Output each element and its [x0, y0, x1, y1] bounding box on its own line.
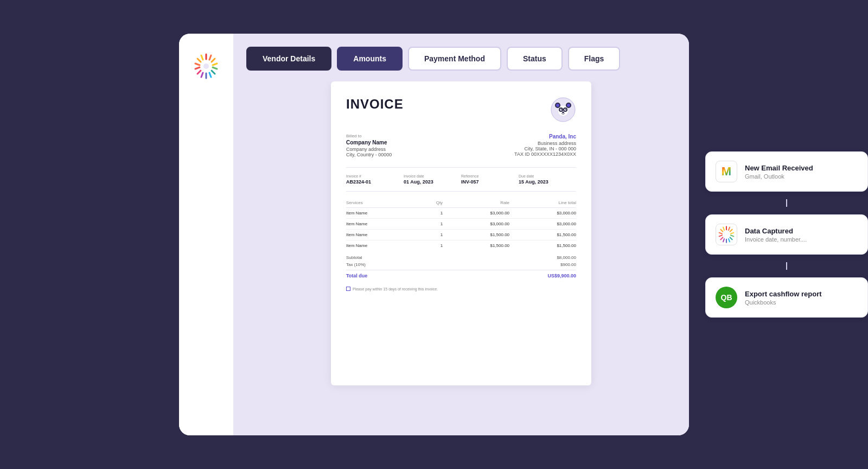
- invoice-date-value: 01 Aug, 2023: [404, 179, 461, 185]
- svg-line-32: [731, 235, 733, 236]
- billed-section: Billed to Company Name Company address C…: [346, 134, 576, 157]
- invoice-wrapper: INVOICE: [246, 81, 676, 422]
- invoice-title: INVOICE: [346, 97, 404, 112]
- vendor-city: City, State, IN - 000 000: [514, 146, 576, 151]
- vendor-label: Business address: [514, 141, 576, 146]
- card-email-text: New Email Received Gmail, Outlook: [745, 164, 858, 180]
- tax-row: Tax (10%) $900.00: [346, 261, 576, 268]
- reference-value: INV-057: [461, 179, 519, 185]
- svg-line-39: [719, 233, 722, 234]
- data-icon-container: [716, 224, 737, 245]
- tabs-row: Vendor Details Amounts Payment Method St…: [246, 47, 676, 71]
- tab-vendor-details[interactable]: Vendor Details: [246, 47, 331, 71]
- table-row: Item Name 1 $3,000.00 $3,000.00: [346, 208, 576, 219]
- card-export-title: Export cashflow report: [745, 290, 858, 298]
- invoice-meta: Invoice # AB2324-01 Invoice date 01 Aug,…: [346, 174, 576, 185]
- item-name-1: Item Name: [346, 219, 419, 230]
- subtotal-row: Subtotal $8,000.00: [346, 254, 576, 261]
- reference-label: Reference: [461, 174, 519, 178]
- connector-1: [786, 199, 787, 207]
- svg-line-33: [730, 237, 732, 239]
- svg-line-12: [197, 59, 201, 62]
- tab-status[interactable]: Status: [507, 47, 563, 71]
- right-panel: M New Email Received Gmail, Outlook: [705, 151, 868, 318]
- svg-text:QB: QB: [721, 293, 732, 302]
- invoice-date-label: Invoice date: [404, 174, 461, 178]
- invoice-no-value: AB2324-01: [346, 179, 404, 185]
- svg-point-14: [203, 64, 209, 69]
- tax-label: Tax (10%): [346, 262, 366, 267]
- total-row: Total due US$9,900.00: [346, 270, 576, 281]
- svg-line-6: [209, 73, 211, 77]
- footer-note: Please pay within 15 days of receiving t…: [353, 287, 438, 291]
- svg-line-9: [197, 71, 201, 74]
- meta-reference: Reference INV-057: [461, 174, 519, 185]
- table-row: Item Name 1 $1,500.00 $1,500.00: [346, 240, 576, 251]
- item-name-2: Item Name: [346, 230, 419, 240]
- svg-line-8: [201, 73, 203, 77]
- item-rate-3: $1,500.00: [443, 240, 509, 251]
- line-total-col-header: Line total: [509, 198, 576, 208]
- divider-1: [346, 167, 576, 168]
- svg-line-36: [723, 239, 724, 242]
- svg-line-10: [195, 67, 200, 69]
- tab-flags[interactable]: Flags: [568, 47, 621, 71]
- invoice-header: INVOICE: [346, 97, 576, 123]
- subtotal-label: Subtotal: [346, 255, 362, 260]
- svg-line-31: [731, 233, 733, 234]
- subtotal-value: $8,000.00: [557, 255, 576, 260]
- svg-point-26: [565, 109, 566, 110]
- billed-to-label: Billed to: [346, 134, 392, 138]
- card-export-subtitle: Quickbooks: [745, 299, 858, 306]
- invoice-no-label: Invoice #: [346, 174, 404, 178]
- company-city: City, Country - 00000: [346, 152, 392, 157]
- svg-line-37: [720, 237, 723, 239]
- subtotals-section: Subtotal $8,000.00 Tax (10%) $900.00 Tot…: [346, 254, 576, 281]
- quickbooks-icon-container: QB: [716, 287, 737, 308]
- vendor-name: Panda, Inc: [514, 134, 576, 140]
- card-data[interactable]: Data Captured Invoice date, number....: [705, 214, 868, 255]
- qty-col-header: Qty: [419, 198, 443, 208]
- invoice-footer: Please pay within 15 days of receiving t…: [346, 287, 576, 291]
- meta-invoice-no: Invoice # AB2324-01: [346, 174, 404, 185]
- svg-point-25: [561, 109, 562, 110]
- svg-point-27: [562, 112, 564, 113]
- meta-due-date: Due date 15 Aug, 2023: [519, 174, 576, 185]
- svg-line-41: [723, 227, 724, 230]
- item-rate-2: $1,500.00: [443, 230, 509, 240]
- checkbox-icon: [346, 287, 350, 291]
- item-qty-0: 1: [419, 208, 443, 219]
- gmail-icon: M: [722, 166, 731, 178]
- logo: [190, 50, 222, 83]
- total-label: Total due: [346, 273, 367, 278]
- card-email[interactable]: M New Email Received Gmail, Outlook: [705, 151, 868, 192]
- svg-line-3: [213, 64, 217, 65]
- svg-line-30: [730, 230, 732, 232]
- tax-value: $900.00: [560, 262, 576, 267]
- card-export[interactable]: QB Export cashflow report Quickbooks: [705, 277, 868, 318]
- connector-2: [786, 262, 787, 270]
- svg-line-34: [729, 239, 730, 242]
- svg-point-20: [567, 104, 570, 107]
- meta-invoice-date: Invoice date 01 Aug, 2023: [404, 174, 461, 185]
- item-total-2: $1,500.00: [509, 230, 576, 240]
- tab-payment-method[interactable]: Payment Method: [408, 47, 501, 71]
- card-email-title: New Email Received: [745, 164, 858, 172]
- card-data-text: Data Captured Invoice date, number....: [745, 227, 858, 243]
- item-qty-3: 1: [419, 240, 443, 251]
- table-row: Item Name 1 $3,000.00 $3,000.00: [346, 219, 576, 230]
- item-qty-2: 1: [419, 230, 443, 240]
- svg-line-11: [195, 64, 200, 65]
- card-email-subtitle: Gmail, Outlook: [745, 173, 858, 180]
- tab-amounts[interactable]: Amounts: [337, 47, 403, 71]
- company-name: Company Name: [346, 140, 392, 145]
- rate-col-header: Rate: [443, 198, 509, 208]
- card-data-title: Data Captured: [745, 227, 858, 235]
- item-total-1: $3,000.00: [509, 219, 576, 230]
- due-date-value: 15 Aug, 2023: [519, 179, 576, 185]
- svg-line-38: [719, 235, 722, 236]
- item-total-0: $3,000.00: [509, 208, 576, 219]
- item-total-3: $1,500.00: [509, 240, 576, 251]
- data-capture-icon: [717, 225, 736, 244]
- quickbooks-icon: QB: [719, 290, 734, 305]
